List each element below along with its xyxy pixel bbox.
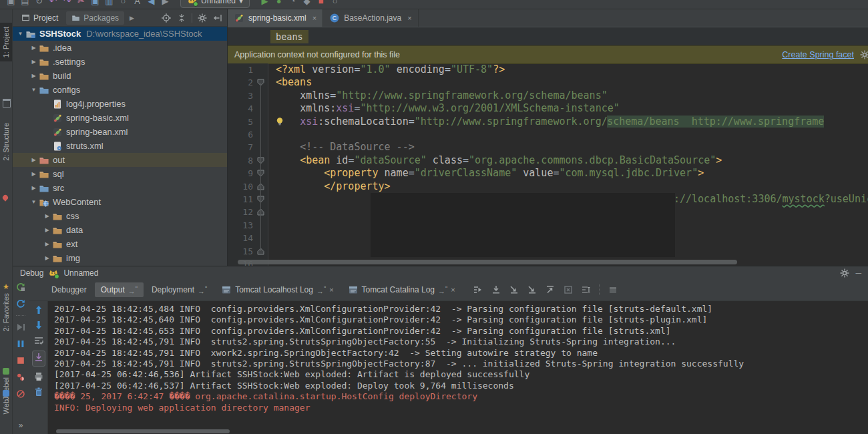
profiler-icon[interactable]: ◆ [300,0,314,6]
close-icon[interactable]: × [451,286,455,294]
tree-item-ext[interactable]: ▶ext [12,237,227,251]
close-icon[interactable]: × [407,14,411,22]
rerun-icon[interactable] [15,282,26,292]
tree-item-sql[interactable]: ▶sql [12,167,227,181]
locate-file-icon[interactable] [161,13,172,23]
run-config-combo[interactable]: Unnamed▾ [180,0,250,8]
find-icon[interactable]: ○ [116,0,130,6]
tree-item-configs[interactable]: ▼configs [12,83,227,97]
more-actions-icon[interactable]: » [19,421,23,430]
tree-item-data[interactable]: ▶data [12,223,227,237]
stop-icon[interactable] [15,355,26,366]
code-editor[interactable]: 12345678910111213141516 <?xml version="1… [228,63,868,266]
run-icon[interactable]: ▶ [258,0,272,6]
step-over-icon[interactable] [509,284,519,295]
console-horizontal-scrollbar[interactable] [56,429,230,433]
gear-icon[interactable] [197,13,208,23]
tree-collapsed-arrow-icon[interactable]: ▶ [43,227,51,233]
hide-panel-icon[interactable] [212,13,223,23]
stop-icon[interactable]: ■ [314,0,328,6]
editor-tab-baseaction-java[interactable]: CBaseAction.java× [323,9,419,27]
tree-item-src[interactable]: ▶src [12,181,227,195]
project-view-tab[interactable]: Project [16,11,63,25]
tool-window-button-1-project[interactable]: 1: Project [0,23,12,61]
debug-tab-tomcat-localhost-log[interactable]: Tomcat Localhost Log→× [215,282,339,298]
zoom-text-icon[interactable]: A [130,0,144,6]
tree-item-spring-bean-xml[interactable]: spring-bean.xml [12,125,227,139]
tree-item-log4j-properties[interactable]: log4j.properties [12,97,227,111]
view-list-expand-icon[interactable]: ▶ [130,15,134,21]
tree-item-struts-xml[interactable]: struts.xml [12,139,227,153]
coverage-icon[interactable]: ◔ [286,0,300,6]
cut-icon[interactable]: ✂ [74,0,88,6]
tree-collapsed-arrow-icon[interactable]: ▶ [43,241,51,247]
search-everywhere-icon[interactable]: ○ [328,0,342,6]
tool-window-button-2-favorites[interactable]: ★2: Favorites [0,283,12,331]
paste-icon[interactable]: ▥ [102,0,116,6]
editor-horizontal-scrollbar[interactable] [238,260,737,264]
redo-icon[interactable]: ↷ [60,0,74,6]
show-execution-point-icon[interactable] [473,284,483,295]
tree-collapsed-arrow-icon[interactable]: ▶ [29,171,38,177]
tree-item-css[interactable]: ▶css [12,209,227,223]
tree-item-webcontent[interactable]: ▼WebContent [12,195,227,209]
sync-icon[interactable]: ↻ [32,0,46,6]
tree-item--idea[interactable]: ▶.idea [12,41,227,55]
tree-item-build[interactable]: ▶build [12,69,227,83]
down-stack-trace-icon[interactable] [33,320,44,331]
save-icon[interactable]: ▤ [18,0,32,6]
debug-icon[interactable]: ● [272,0,286,6]
debug-tab-debugger[interactable]: Debugger [45,282,93,297]
up-stack-trace-icon[interactable] [33,304,44,315]
tree-item-out[interactable]: ▶out [12,153,227,167]
tree-expanded-arrow-icon[interactable]: ▼ [16,31,25,37]
evaluate-expression-icon[interactable] [608,284,618,295]
tree-collapsed-arrow-icon[interactable]: ▶ [29,59,38,65]
tree-collapsed-arrow-icon[interactable]: ▶ [29,73,38,79]
packages-view-tab[interactable]: Packages [66,11,124,25]
tree-collapsed-arrow-icon[interactable]: ▶ [29,45,38,51]
editor-tab-spring-basic-xml[interactable]: spring-basic.xml× [228,9,323,27]
debug-tab-output[interactable]: Output→ [95,282,144,298]
scroll-to-end-icon[interactable] [33,352,44,363]
tree-item-sshstock[interactable]: ▼SSHStockD:\workspace_idea\SSHStock [12,27,227,41]
debug-tab-deployment[interactable]: Deployment→ [146,282,213,298]
print-icon[interactable] [33,371,44,382]
tree-collapsed-arrow-icon[interactable]: ▶ [43,213,51,219]
debug-settings-gear-icon[interactable] [839,268,850,278]
copy-icon[interactable]: ▣ [88,0,102,6]
step-out-icon[interactable] [545,284,556,295]
close-icon[interactable]: × [312,14,316,22]
step-into-icon[interactable] [491,284,501,295]
resume-icon[interactable] [15,322,26,333]
banner-gear-icon[interactable] [859,49,868,60]
nav-back-icon[interactable]: ◀ [144,0,158,6]
debug-tab-tomcat-catalina-log[interactable]: Tomcat Catalina Log→× [342,282,461,298]
create-spring-facet-link[interactable]: Create Spring facet [782,50,854,59]
run-to-cursor-icon[interactable] [581,284,592,295]
tree-expanded-arrow-icon[interactable]: ▼ [29,199,38,205]
tree-collapsed-arrow-icon[interactable]: ▶ [29,157,38,163]
hide-debug-panel-icon[interactable]: ─ [855,268,861,278]
collapse-all-icon[interactable] [176,13,187,23]
nav-forward-icon[interactable]: ▶ [158,0,172,6]
tree-item-spring-basic-xml[interactable]: spring-basic.xml [12,111,227,125]
tree-item--settings[interactable]: ▶.settings [12,55,227,69]
clear-all-icon[interactable] [33,387,44,397]
force-step-into-icon[interactable] [527,284,537,295]
pause-icon[interactable] [15,339,26,349]
tool-window-button-2-structure[interactable]: 2: Structure [0,123,12,161]
undo-icon[interactable]: ↶ [46,0,60,6]
tree-expanded-arrow-icon[interactable]: ▼ [29,87,38,93]
console-pane[interactable]: 2017-04-25 18:42:45,484 INFO config.prov… [47,301,868,434]
mute-breakpoints-icon[interactable] [15,389,26,399]
tree-collapsed-arrow-icon[interactable]: ▶ [43,255,51,261]
tree-collapsed-arrow-icon[interactable]: ▶ [29,185,38,191]
tree-item-img[interactable]: ▶img [12,251,227,265]
close-icon[interactable]: × [329,286,333,294]
tool-window-button-web[interactable]: Web [0,390,12,414]
open-icon[interactable]: ▣ [4,0,18,6]
view-breakpoints-icon[interactable] [15,372,26,383]
drop-frame-icon[interactable] [563,284,574,295]
breadcrumb-beans[interactable]: beans [270,30,308,43]
